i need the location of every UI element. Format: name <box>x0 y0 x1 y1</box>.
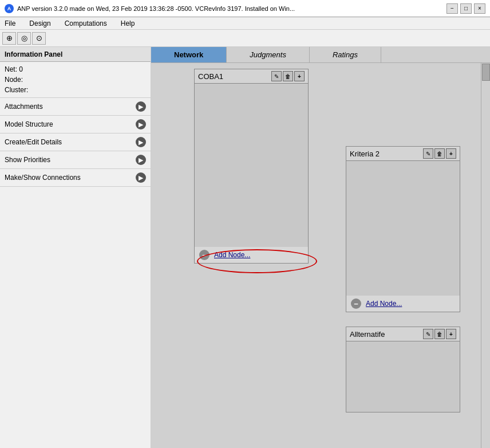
cluster-coba1-header: COBA1 ✎ 🗑 + <box>195 69 308 84</box>
cluster-coba1: COBA1 ✎ 🗑 + − Add Node... <box>194 69 309 264</box>
tab-judgments[interactable]: Judgments <box>227 47 310 62</box>
toolbar-btn-1[interactable]: ⊕ <box>2 32 16 45</box>
attachments-label: Attachments <box>5 103 43 111</box>
cluster-allternatife: Allternatife ✎ 🗑 + <box>346 327 460 412</box>
menu-item-help[interactable]: Help <box>118 19 137 27</box>
network-canvas: COBA1 ✎ 🗑 + − Add Node... Kri <box>151 63 490 448</box>
cluster-allternatife-add-button[interactable]: + <box>446 329 456 339</box>
main-layout: Information Panel Net: 0 Node: Cluster: … <box>0 47 490 448</box>
sidebar-item-attachments[interactable]: Attachments ▶ <box>0 98 151 116</box>
make-show-connections-arrow-icon: ▶ <box>136 172 146 183</box>
close-button[interactable]: × <box>474 3 485 14</box>
toolbar-btn-3[interactable]: ⊙ <box>32 32 46 45</box>
net-info: Net: 0 <box>5 64 146 74</box>
toolbar: ⊕ ◎ ⊙ <box>0 30 490 47</box>
window-title: ANP version 3.2.0 made on Wed, 23 Feb 20… <box>17 5 295 12</box>
cluster-allternatife-icons: ✎ 🗑 + <box>423 329 456 339</box>
cluster-coba1-add-node-link[interactable]: Add Node... <box>214 251 250 259</box>
info-section: Net: 0 Node: Cluster: <box>0 62 151 98</box>
menu-item-computations[interactable]: Computations <box>62 19 109 27</box>
cluster-coba1-add-button[interactable]: + <box>294 71 305 81</box>
cluster-kriteria2-footer: − Add Node... <box>346 296 460 312</box>
cluster-coba1-icons: ✎ 🗑 + <box>271 71 305 81</box>
sidebar-header: Information Panel <box>0 47 151 62</box>
create-edit-arrow-icon: ▶ <box>136 137 146 147</box>
menu-bar: FileDesignComputationsHelp <box>0 17 490 30</box>
cluster-coba1-title: COBA1 <box>198 72 223 81</box>
window-controls[interactable]: − □ × <box>446 3 485 14</box>
vertical-scrollbar[interactable] <box>481 63 490 448</box>
cluster-kriteria2: Kriteria 2 ✎ 🗑 + − Add Node... <box>346 146 460 312</box>
cluster-kriteria2-title: Kriteria 2 <box>350 150 380 158</box>
tab-bar: Network Judgments Ratings <box>151 47 490 63</box>
model-structure-arrow-icon: ▶ <box>136 119 146 129</box>
tab-network[interactable]: Network <box>151 47 227 62</box>
cluster-kriteria2-header: Kriteria 2 ✎ 🗑 + <box>346 147 460 161</box>
node-info: Node: <box>5 74 146 85</box>
minimize-button[interactable]: − <box>446 3 458 14</box>
cluster-allternatife-delete-button[interactable]: 🗑 <box>434 329 445 339</box>
cluster-coba1-edit-button[interactable]: ✎ <box>271 71 282 81</box>
title-bar: A ANP version 3.2.0 made on Wed, 23 Feb … <box>0 0 490 17</box>
sidebar-item-show-priorities[interactable]: Show Priorities ▶ <box>0 151 151 169</box>
cluster-coba1-body <box>195 84 308 247</box>
make-show-connections-label: Make/Show Connections <box>5 174 81 182</box>
scrollbar-thumb[interactable] <box>482 64 490 81</box>
sidebar-header-label: Information Panel <box>5 50 62 58</box>
tab-ratings[interactable]: Ratings <box>310 47 381 62</box>
cluster-kriteria2-add-node-link[interactable]: Add Node... <box>366 300 402 308</box>
cluster-coba1-minus-icon: − <box>199 250 210 260</box>
cluster-coba1-footer: − Add Node... <box>195 247 308 263</box>
maximize-button[interactable]: □ <box>460 3 472 14</box>
model-structure-label: Model Structure <box>5 120 53 128</box>
cluster-kriteria2-minus-icon: − <box>351 298 361 309</box>
cluster-allternatife-edit-button[interactable]: ✎ <box>423 329 433 339</box>
show-priorities-label: Show Priorities <box>5 156 50 164</box>
app-icon: A <box>5 4 14 13</box>
menu-item-design[interactable]: Design <box>27 19 53 27</box>
sidebar-item-make-show-connections[interactable]: Make/Show Connections ▶ <box>0 169 151 187</box>
toolbar-btn-2[interactable]: ◎ <box>17 32 31 45</box>
show-priorities-arrow-icon: ▶ <box>136 155 146 165</box>
title-bar-left: A ANP version 3.2.0 made on Wed, 23 Feb … <box>5 4 295 13</box>
menu-item-file[interactable]: File <box>2 19 18 27</box>
cluster-coba1-delete-button[interactable]: 🗑 <box>283 71 293 81</box>
cluster-kriteria2-delete-button[interactable]: 🗑 <box>434 148 445 159</box>
cluster-kriteria2-body <box>346 161 460 296</box>
cluster-allternatife-title: Allternatife <box>350 330 385 339</box>
cluster-allternatife-body <box>346 341 460 412</box>
cluster-kriteria2-icons: ✎ 🗑 + <box>423 148 456 159</box>
sidebar: Information Panel Net: 0 Node: Cluster: … <box>0 47 151 448</box>
cluster-kriteria2-edit-button[interactable]: ✎ <box>423 148 433 159</box>
cluster-allternatife-header: Allternatife ✎ 🗑 + <box>346 327 460 341</box>
content-area: Network Judgments Ratings COBA1 ✎ 🗑 + <box>151 47 490 448</box>
cluster-info: Cluster: <box>5 85 146 95</box>
create-edit-label: Create/Edit Details <box>5 138 62 146</box>
sidebar-item-model-structure[interactable]: Model Structure ▶ <box>0 116 151 133</box>
sidebar-item-create-edit[interactable]: Create/Edit Details ▶ <box>0 133 151 151</box>
attachments-arrow-icon: ▶ <box>136 101 146 112</box>
cluster-kriteria2-add-button[interactable]: + <box>446 148 456 159</box>
